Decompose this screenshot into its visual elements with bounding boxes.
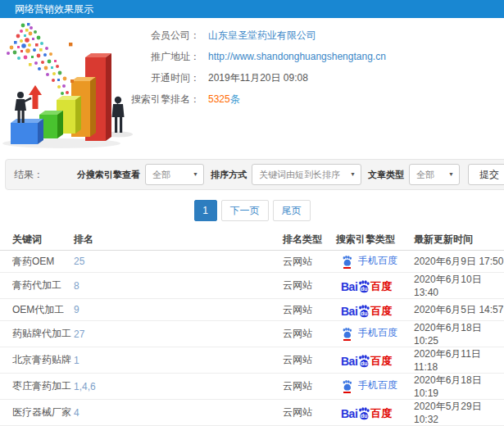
- keyword-column-header: 关键词: [0, 229, 74, 251]
- info-section: 会员公司： 山东皇圣堂药业有限公司 推广地址： http://www.shand…: [0, 18, 504, 157]
- engine-cell: 手机百度 Baidu百度: [336, 321, 414, 347]
- baidu-paw-icon: [341, 327, 353, 339]
- rank-count: 5325: [208, 93, 230, 105]
- company-label: 会员公司：: [131, 25, 200, 46]
- table-row: 药贴牌代加工 27 云网站 手机百度 Baidu百度 2020年6月18日 10…: [0, 321, 504, 347]
- engine-select[interactable]: 全部 ▼: [145, 164, 204, 185]
- rank-type-cell: 云网站: [283, 299, 336, 321]
- open-time-label: 开通时间：: [131, 67, 200, 88]
- member-info-fields: 会员公司： 山东皇圣堂药业有限公司 推广地址： http://www.shand…: [131, 25, 386, 110]
- rank-cell[interactable]: 8: [74, 273, 283, 299]
- baidu-logo-badge: Baidu百度: [341, 278, 392, 292]
- company-link[interactable]: 山东皇圣堂药业有限公司: [208, 25, 316, 46]
- mobile-baidu-badge: 手机百度: [341, 378, 397, 392]
- open-time-row: 开通时间： 2019年11月20日 09:08: [131, 67, 386, 88]
- growth-bar-chart-illustration: [0, 21, 148, 154]
- rank-type-cell: 云网站: [283, 347, 336, 374]
- keyword-cell: 医疗器械厂家: [0, 400, 74, 426]
- updated-cell: 2020年6月5日 14:57: [414, 299, 504, 321]
- keyword-cell: 药贴牌代加工: [0, 321, 74, 347]
- rank-cell[interactable]: 1,4,6: [74, 374, 283, 400]
- rank-type-cell: 云网站: [283, 273, 336, 299]
- baidu-paw-icon: du: [356, 304, 371, 319]
- rank-type-cell: 云网站: [283, 400, 336, 426]
- article-type-value: 全部: [416, 165, 440, 184]
- page-header: 网络营销效果展示: [0, 0, 504, 18]
- article-type-select[interactable]: 全部 ▼: [409, 164, 460, 185]
- baidu-paw-icon: [341, 255, 353, 267]
- pagination: 1 下一页 尾页: [0, 200, 504, 221]
- keyword-cell: 膏药代加工: [0, 273, 74, 299]
- keyword-cell: 枣庄膏药加工: [0, 374, 74, 400]
- keyword-cell: 北京膏药贴牌: [0, 347, 74, 374]
- rank-cell[interactable]: 4: [74, 400, 283, 426]
- promo-url-row: 推广地址： http://www.shandonghuangshengtang.…: [131, 46, 386, 67]
- baidu-paw-icon: du: [356, 279, 371, 294]
- engine-cell: 手机百度 Baidu百度: [336, 347, 414, 374]
- last-page-button[interactable]: 尾页: [273, 200, 311, 221]
- keyword-cell: 膏药OEM: [0, 251, 74, 273]
- next-page-button[interactable]: 下一页: [221, 200, 269, 221]
- open-time-value: 2019年11月20日 09:08: [208, 67, 308, 88]
- promo-url-label: 推广地址：: [131, 46, 200, 67]
- baidu-logo-badge: Baidu百度: [341, 352, 392, 367]
- table-row: 膏药代加工 8 云网站 手机百度 Baidu百度 2020年6月10日 13:4…: [0, 273, 504, 299]
- keyword-rank-table: 关键词 排名 排名类型 搜索引擎类型 最新更新时间 膏药OEM 25 云网站 手…: [0, 229, 504, 426]
- mobile-baidu-badge: 手机百度: [341, 254, 397, 268]
- table-row: 膏药OEM 25 云网站 手机百度 Baidu百度 2020年6月9日 17:5…: [0, 251, 504, 273]
- submit-button[interactable]: 提交: [468, 164, 504, 185]
- engine-type-column-header: 搜索引擎类型: [336, 229, 414, 251]
- keyword-cell: OEM代加工: [0, 299, 74, 321]
- company-row: 会员公司： 山东皇圣堂药业有限公司: [131, 25, 386, 46]
- engine-cell: 手机百度 Baidu百度: [336, 251, 414, 273]
- page-1-button[interactable]: 1: [194, 200, 217, 221]
- rank-cell[interactable]: 9: [74, 299, 283, 321]
- chevron-down-icon: ▼: [448, 165, 454, 184]
- promo-url-link[interactable]: http://www.shandonghuangshengtang.cn: [208, 46, 386, 67]
- table-row: 枣庄膏药加工 1,4,6 云网站 手机百度 Baidu百度 2020年6月18日…: [0, 374, 504, 400]
- engine-select-value: 全部: [152, 165, 184, 184]
- mobile-baidu-badge: 手机百度: [341, 326, 397, 340]
- sort-select[interactable]: 关键词由短到长排序 ▼: [252, 164, 361, 185]
- chevron-down-icon: ▼: [350, 165, 356, 184]
- table-header-row: 关键词 排名 排名类型 搜索引擎类型 最新更新时间: [0, 229, 504, 251]
- updated-cell: 2020年6月9日 17:50: [414, 251, 504, 273]
- engine-rank-row: 搜索引擎排名： 5325条: [131, 88, 386, 110]
- rank-cell[interactable]: 25: [74, 251, 283, 273]
- filter-controls: 分搜索引擎查看 全部 ▼ 排序方式 关键词由短到长排序 ▼ 文章类型 全部 ▼ …: [70, 164, 504, 185]
- rank-cell[interactable]: 1: [74, 347, 283, 374]
- engine-cell: 手机百度 Baidu百度: [336, 273, 414, 299]
- sort-select-value: 关键词由短到长排序: [259, 165, 342, 184]
- baidu-paw-icon: [341, 379, 353, 392]
- rank-type-column-header: 排名类型: [283, 229, 336, 251]
- page-title: 网络营销效果展示: [15, 3, 93, 15]
- rank-column-header: 排名: [74, 229, 283, 251]
- updated-column-header: 最新更新时间: [414, 229, 504, 251]
- engine-cell: 手机百度 Baidu百度: [336, 400, 414, 426]
- rank-type-cell: 云网站: [283, 251, 336, 273]
- rank-count-suffix: 条: [230, 93, 240, 105]
- rank-cell[interactable]: 27: [74, 321, 283, 347]
- baidu-paw-icon: du: [356, 406, 371, 421]
- chevron-down-icon: ▼: [193, 165, 198, 184]
- engine-rank-value[interactable]: 5325条: [208, 88, 240, 110]
- rank-type-cell: 云网站: [283, 321, 336, 347]
- table-row: 医疗器械厂家 4 云网站 手机百度 Baidu百度 2020年5月29日 10:…: [0, 400, 504, 426]
- engine-filter-label: 分搜索引擎查看: [77, 169, 140, 181]
- updated-cell: 2020年5月29日 10:32: [414, 400, 504, 426]
- baidu-logo-badge: Baidu百度: [341, 405, 392, 419]
- filter-bar: 结果： 分搜索引擎查看 全部 ▼ 排序方式 关键词由短到长排序 ▼ 文章类型 全…: [5, 159, 504, 190]
- table-row: 北京膏药贴牌 1 云网站 手机百度 Baidu百度 2020年6月11日 11:…: [0, 347, 504, 374]
- engine-cell: 手机百度 Baidu百度: [336, 299, 414, 321]
- article-type-label: 文章类型: [368, 169, 404, 181]
- updated-cell: 2020年6月10日 13:40: [414, 273, 504, 299]
- engine-cell: 手机百度 Baidu百度: [336, 374, 414, 400]
- baidu-paw-icon: du: [356, 354, 371, 369]
- sort-filter-label: 排序方式: [211, 169, 247, 181]
- result-label: 结果：: [14, 168, 43, 182]
- rank-type-cell: 云网站: [283, 374, 336, 400]
- updated-cell: 2020年6月18日 10:19: [414, 374, 504, 400]
- engine-rank-label: 搜索引擎排名：: [131, 88, 200, 110]
- updated-cell: 2020年6月18日 10:25: [414, 321, 504, 347]
- baidu-logo-badge: Baidu百度: [341, 302, 392, 317]
